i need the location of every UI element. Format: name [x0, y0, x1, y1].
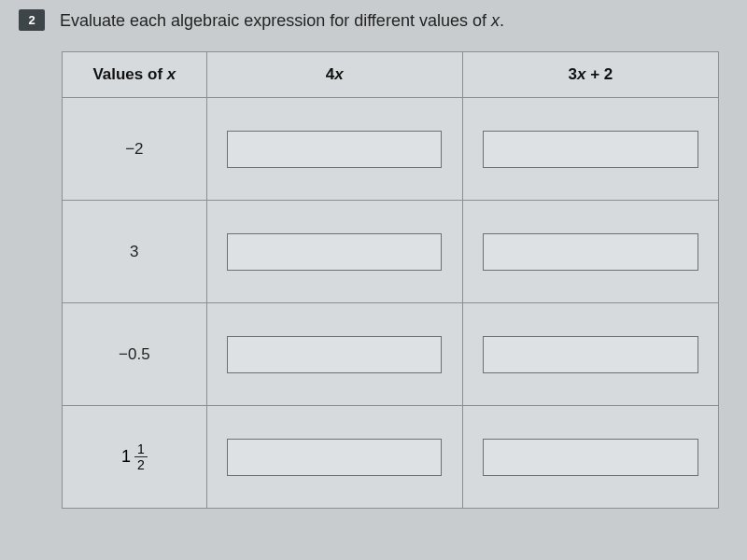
answer-cell-3x2 — [462, 201, 718, 303]
table-row: 3 — [63, 201, 719, 303]
x-value-cell: 1 1 2 — [63, 406, 207, 509]
fraction-whole: 1 — [121, 447, 131, 467]
col2-label-before: 4 — [326, 65, 334, 83]
answer-cell-4x — [206, 303, 462, 406]
answer-input-4x-row3[interactable] — [227, 336, 442, 373]
question-text: Evaluate each algebraic expression for d… — [60, 9, 504, 33]
answer-input-3x2-row1[interactable] — [483, 131, 698, 168]
question-header: 2 Evaluate each algebraic expression for… — [19, 9, 728, 33]
x-value: −0.5 — [119, 345, 150, 363]
answer-input-4x-row1[interactable] — [227, 131, 442, 168]
col-header-3x-plus-2: 3x + 2 — [462, 52, 718, 98]
answer-input-4x-row4[interactable] — [227, 439, 442, 476]
question-text-after: . — [500, 11, 504, 30]
col-header-4x: 4x — [206, 52, 462, 98]
x-value: −2 — [125, 140, 143, 158]
col1-label-before: Values of — [92, 65, 166, 83]
col1-label-var: x — [167, 65, 176, 83]
answer-input-4x-row2[interactable] — [227, 233, 442, 271]
question-number-badge: 2 — [19, 9, 45, 31]
answer-input-3x2-row3[interactable] — [483, 336, 698, 373]
x-value-fraction: 1 1 2 — [121, 442, 148, 471]
table-header-row: Values of x 4x 3x + 2 — [63, 52, 719, 98]
fraction-denominator: 2 — [137, 457, 145, 471]
answer-input-3x2-row2[interactable] — [483, 233, 698, 271]
fraction-stack: 1 2 — [134, 442, 148, 471]
table-row: −2 — [63, 98, 719, 201]
expression-table-container: Values of x 4x 3x + 2 −2 3 — [62, 51, 719, 509]
x-value-cell: −2 — [63, 98, 207, 201]
answer-input-3x2-row4[interactable] — [483, 439, 698, 476]
answer-cell-3x2 — [462, 98, 718, 201]
x-value-cell: 3 — [63, 201, 207, 303]
question-text-before: Evaluate each algebraic expression for d… — [60, 11, 491, 30]
answer-cell-4x — [206, 98, 462, 201]
x-value-cell: −0.5 — [63, 303, 207, 406]
answer-cell-3x2 — [462, 303, 718, 406]
fraction-numerator: 1 — [134, 442, 148, 457]
col2-label-var: x — [334, 65, 343, 83]
col3-label-before: 3 — [569, 65, 577, 83]
col3-label-after: + 2 — [585, 65, 613, 83]
answer-cell-4x — [206, 201, 462, 303]
expression-table: Values of x 4x 3x + 2 −2 3 — [62, 51, 719, 509]
col-header-values-of-x: Values of x — [63, 52, 207, 98]
question-var: x — [491, 11, 500, 30]
answer-cell-4x — [206, 406, 462, 509]
answer-cell-3x2 — [462, 406, 718, 509]
x-value: 3 — [130, 243, 138, 260]
table-row: −0.5 — [63, 303, 719, 406]
table-row: 1 1 2 — [63, 406, 719, 509]
